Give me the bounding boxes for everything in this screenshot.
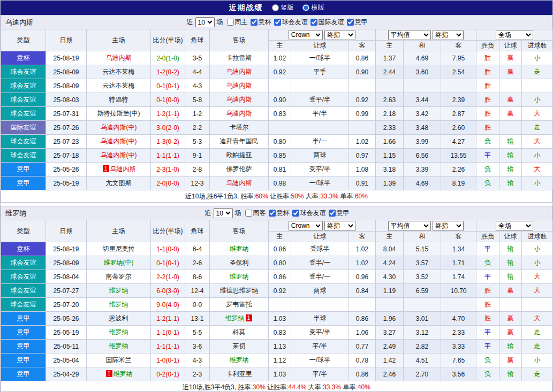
corner-count: 4-3	[185, 79, 210, 93]
league-filter-checkbox[interactable]	[310, 19, 317, 26]
layout-horizontal-radio[interactable]	[302, 4, 309, 11]
handicap-home-odds: 1.03	[269, 312, 291, 326]
average-away-odds: 1.34	[441, 242, 476, 256]
home-team: 乌迪内斯	[87, 51, 151, 65]
result-outcome: 胜	[476, 51, 499, 65]
corner-count: 13-1	[185, 312, 210, 326]
league-filter-checkbox[interactable]	[269, 210, 276, 217]
home-team: 乌迪内斯(中)	[87, 121, 151, 135]
bookmaker-select[interactable]: Crown	[289, 221, 323, 231]
league-filter[interactable]: 意杯	[248, 18, 271, 27]
handicap-away-odds: 1.06	[349, 326, 376, 340]
same-venue-filter[interactable]: 同主	[224, 18, 248, 27]
away-team: 迪拜青年国民	[210, 135, 269, 149]
match-type-badge: 球会友谊	[1, 65, 46, 79]
league-filter-checkbox[interactable]	[292, 210, 299, 217]
match-type-badge: 球会友谊	[1, 93, 46, 107]
handicap-away-odds: 0.96	[349, 270, 376, 284]
league-filter-checkbox[interactable]	[347, 19, 354, 26]
league-filter[interactable]: 意甲	[326, 209, 350, 218]
result-goals: 小	[522, 51, 553, 65]
same-venue-filter[interactable]: 同客	[243, 209, 266, 218]
result-goals: 小	[522, 176, 553, 190]
match-count-select[interactable]: 10	[195, 17, 215, 27]
league-filter[interactable]: 意甲	[344, 18, 368, 27]
col-header-result-handicap: 让球	[499, 232, 522, 242]
match-date: 25-07-18	[46, 149, 87, 163]
handicap-away-odds: 1.02	[349, 242, 376, 256]
league-filter[interactable]: 球会友谊	[290, 209, 326, 218]
home-team-name: 云达不莱梅	[103, 68, 135, 75]
layout-vertical-radio[interactable]	[272, 4, 279, 11]
league-filter[interactable]: 国际友谊	[308, 18, 344, 27]
home-team-name: 维罗纳	[109, 287, 128, 294]
average-home-odds: 1.39	[376, 176, 404, 190]
average-away-odds: 3.56	[441, 367, 476, 381]
match-score: 2-3(1-0)	[151, 163, 185, 176]
average-final-select[interactable]: 终指	[433, 30, 464, 40]
layout-vertical-option[interactable]: 竖版	[272, 3, 294, 12]
col-header-avg-away: 客	[441, 41, 476, 51]
home-team-name: 斯特拉斯堡(中)	[97, 110, 140, 117]
away-team-name: 维德思维罗纳	[220, 287, 259, 294]
away-team-name: 维罗纳	[230, 245, 249, 252]
handicap-line	[291, 79, 349, 93]
bookmaker-select[interactable]: Crown	[289, 30, 323, 40]
fulltime-scope-select[interactable]: 全场	[496, 221, 533, 231]
handicap-line: 受球半	[291, 242, 349, 256]
home-team-name: 维罗纳	[109, 342, 128, 350]
average-away-odds: 2.39	[441, 93, 476, 107]
average-final-select[interactable]: 终指	[433, 221, 464, 231]
average-select[interactable]: 平均值	[388, 221, 431, 231]
away-team: 佛罗伦萨	[210, 163, 269, 176]
match-count-select[interactable]: 10	[214, 208, 233, 218]
home-team-name: 国际米兰	[106, 356, 132, 364]
away-team: 欧帕提亚	[210, 149, 269, 163]
match-date: 25-08-09	[46, 65, 87, 79]
fulltime-scope-select[interactable]: 全场	[496, 30, 533, 40]
away-team-name: 圣保利	[230, 259, 249, 266]
col-header-avg-draw: 和	[404, 41, 441, 51]
average-home-odds: 1.37	[376, 51, 404, 65]
away-team-section: 维罗纳 近10场同客意杯球会友谊意甲 类型 日期 主场 比分(半场) 角球 客场	[1, 206, 552, 392]
same-venue-filter-checkbox[interactable]	[227, 19, 234, 26]
average-home-odds: 2.46	[376, 367, 404, 381]
home-team-name: 维罗纳	[113, 370, 133, 378]
corner-count: 12-3	[185, 176, 210, 190]
result-handicap: 赢	[499, 326, 522, 340]
result-goals: 小	[522, 242, 553, 256]
match-score: 9-0(4-0)	[151, 298, 185, 312]
league-filter[interactable]: 意杯	[266, 209, 290, 218]
handicap-home-odds	[269, 298, 291, 312]
average-home-odds: 1.42	[376, 353, 404, 367]
handicap-final-select[interactable]: 终指	[324, 221, 355, 231]
result-outcome: 平	[476, 242, 499, 256]
match-date: 25-07-26	[46, 121, 87, 135]
average-draw-odds	[404, 79, 441, 93]
league-filter-checkbox[interactable]	[329, 210, 336, 217]
average-away-odds: 4.70	[441, 312, 476, 326]
average-select[interactable]: 平均值	[388, 30, 431, 40]
col-header-result-goals: 进球数	[522, 232, 553, 242]
handicap-away-odds: 0.97	[349, 149, 376, 163]
layout-horizontal-option[interactable]: 横版	[302, 3, 324, 12]
match-date: 25-08-09	[46, 79, 87, 93]
handicap-line: 受平/半	[291, 326, 349, 340]
result-outcome: 胜	[476, 93, 499, 107]
handicap-final-select[interactable]: 终指	[324, 30, 355, 40]
away-team: 卡利亚里	[210, 367, 269, 381]
handicap-home-odds: 0.92	[269, 284, 291, 298]
handicap-home-odds: 1.13	[269, 340, 291, 353]
home-team-name: 乌迪内斯	[106, 54, 132, 62]
average-home-odds: 1.96	[376, 312, 404, 326]
league-filter-checkbox[interactable]	[251, 19, 257, 26]
handicap-line: 一/球半	[291, 176, 349, 190]
col-header-odds-away: 客	[349, 41, 376, 51]
home-team: 尤文图斯	[87, 176, 151, 190]
result-goals: 走	[522, 121, 553, 135]
league-filter[interactable]: 球会友谊	[271, 18, 308, 27]
match-type-badge: 意甲	[1, 312, 46, 326]
same-venue-filter-checkbox[interactable]	[245, 210, 252, 217]
record-summary: 近10场,胜6平1负3, 胜率:60% 让胜率:50% 大率:33.3% 单率:…	[1, 190, 552, 203]
league-filter-checkbox[interactable]	[274, 19, 281, 26]
